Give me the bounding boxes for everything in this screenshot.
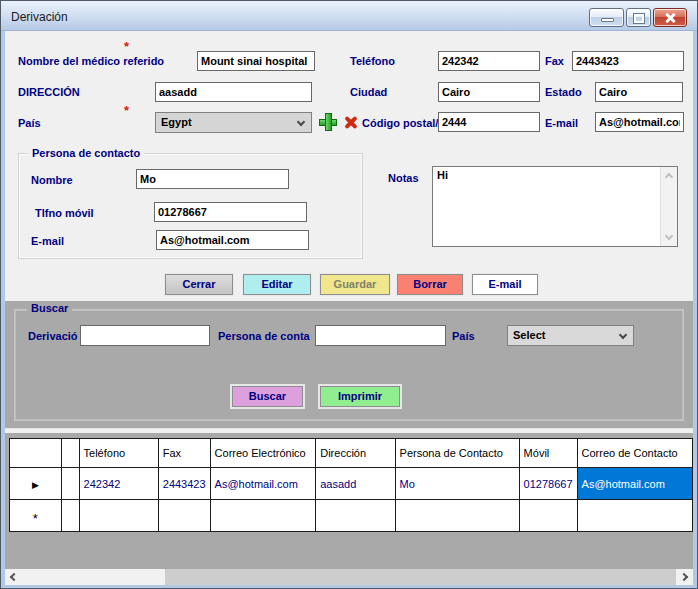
city-input[interactable] — [438, 82, 540, 102]
close-button[interactable] — [653, 8, 687, 27]
form-body: * Nombre del médico referido Teléfono Fa… — [5, 31, 693, 585]
delete-button[interactable]: Borrar — [397, 274, 463, 295]
maximize-button[interactable] — [626, 8, 651, 27]
scroll-right-button[interactable] — [676, 569, 693, 585]
contact-groupbox: Persona de contacto Nombre Tlfno móvil E… — [18, 153, 363, 259]
notes-scrollbar[interactable] — [660, 167, 677, 246]
minimize-button[interactable] — [589, 8, 624, 27]
close-form-button[interactable]: Cerrar — [165, 274, 233, 295]
address-label: DIRECCIÓN — [18, 86, 80, 98]
search-country-label: País — [452, 330, 475, 342]
contact-group-title: Persona de contacto — [28, 147, 144, 159]
search-derivation-input[interactable] — [80, 325, 210, 346]
notes-label: Notas — [388, 172, 419, 184]
search-contact-input[interactable] — [315, 325, 446, 346]
scroll-left-icon — [10, 573, 18, 581]
scroll-left-button[interactable] — [5, 569, 22, 585]
fax-label: Fax — [545, 55, 564, 67]
print-button[interactable]: Imprimir — [320, 386, 400, 407]
grid-cell[interactable] — [316, 500, 395, 532]
country-select[interactable]: Egypt — [155, 112, 312, 133]
grid-header[interactable] — [61, 439, 79, 468]
chevron-down-icon — [297, 118, 305, 126]
notes-value: Hi — [437, 169, 657, 181]
search-group-title: Buscar — [27, 302, 72, 314]
grid-cell[interactable] — [395, 500, 519, 532]
close-icon — [664, 12, 676, 24]
required-marker: * — [124, 103, 129, 118]
grid-cell[interactable]: 2443423 — [158, 468, 210, 500]
grid-cell[interactable]: As@hotmail.com — [210, 468, 316, 500]
chevron-down-icon — [619, 331, 627, 339]
add-country-icon[interactable] — [319, 113, 337, 131]
grid-cell[interactable] — [79, 500, 158, 532]
contact-name-label: Nombre — [31, 174, 73, 186]
scrollbar-thumb[interactable] — [165, 569, 676, 585]
grid-cell[interactable]: Mo — [395, 468, 519, 500]
referred-name-label: Nombre del médico referido — [18, 55, 164, 67]
new-row-icon: * — [33, 511, 38, 526]
titlebar[interactable]: Derivación — [1, 1, 697, 31]
grid-cell[interactable] — [519, 500, 577, 532]
fax-input[interactable] — [572, 51, 684, 71]
search-button[interactable]: Buscar — [232, 386, 303, 407]
phone-label: Teléfono — [350, 55, 395, 67]
grid-cell[interactable] — [577, 500, 692, 532]
state-label: Estado — [545, 86, 582, 98]
delete-country-icon[interactable] — [343, 115, 359, 130]
send-email-button[interactable]: E-mail — [472, 274, 538, 295]
grid-corner-cell[interactable] — [10, 439, 62, 468]
contact-email-label: E-mail — [31, 235, 64, 247]
notes-textarea[interactable]: Hi — [432, 166, 678, 247]
row-selector-cell[interactable]: ▶ — [10, 468, 62, 500]
grid-cell[interactable] — [61, 500, 79, 532]
grid-cell[interactable]: 242342 — [79, 468, 158, 500]
search-panel: Buscar Derivació Persona de conta País S… — [5, 301, 693, 429]
email-label: E-mail — [545, 117, 578, 129]
address-input[interactable] — [155, 82, 312, 102]
grid-header[interactable]: Dirección — [316, 439, 395, 468]
grid-cell[interactable]: aasadd — [316, 468, 395, 500]
contact-email-input[interactable] — [156, 230, 309, 250]
save-button[interactable]: Guardar — [320, 274, 390, 295]
window-title: Derivación — [11, 10, 68, 24]
search-country-select[interactable]: Select — [507, 325, 634, 346]
referred-name-input[interactable] — [197, 51, 315, 71]
grid-header[interactable]: Fax — [158, 439, 210, 468]
country-selected-value: Egypt — [161, 116, 192, 128]
search-derivation-label: Derivació — [28, 330, 78, 342]
grid-cell[interactable] — [158, 500, 210, 532]
postal-code-input[interactable] — [438, 112, 540, 132]
contact-mobile-input[interactable] — [154, 202, 307, 222]
minimize-icon — [601, 18, 614, 22]
grid-header[interactable]: Teléfono — [79, 439, 158, 468]
row-selector-cell[interactable]: * — [10, 500, 62, 532]
grid-header[interactable]: Persona de Contacto — [395, 439, 519, 468]
grid-panel: Teléfono Fax Correo Electrónico Direcció… — [5, 433, 693, 585]
maximize-icon — [634, 14, 644, 23]
grid-header[interactable]: Correo de Contacto — [577, 439, 692, 468]
edit-button[interactable]: Editar — [243, 274, 311, 295]
grid-header[interactable]: Móvil — [519, 439, 577, 468]
grid-cell[interactable]: 01278667 — [519, 468, 577, 500]
phone-input[interactable] — [438, 51, 540, 71]
grid-header-row: Teléfono Fax Correo Electrónico Direcció… — [10, 439, 693, 468]
contact-name-input[interactable] — [136, 169, 289, 189]
grid-cell[interactable] — [61, 468, 79, 500]
search-country-selected-value: Select — [513, 329, 545, 341]
city-label: Ciudad — [350, 86, 387, 98]
email-input[interactable] — [595, 112, 684, 132]
table-row-new: * — [10, 500, 693, 532]
scroll-up-icon[interactable] — [665, 173, 673, 181]
grid-cell[interactable] — [210, 500, 316, 532]
state-input[interactable] — [595, 82, 683, 102]
required-marker: * — [124, 39, 129, 54]
grid-header[interactable]: Correo Electrónico — [210, 439, 316, 468]
grid-cell-selected[interactable]: As@hotmail.com — [577, 468, 692, 500]
search-contact-label: Persona de conta — [218, 330, 310, 342]
postal-code-label: Código postal/C — [362, 117, 438, 129]
table-row: ▶ 242342 2443423 As@hotmail.com aasadd M… — [10, 468, 693, 500]
current-row-icon: ▶ — [32, 480, 39, 490]
horizontal-scrollbar[interactable] — [5, 569, 693, 585]
scroll-down-icon[interactable] — [665, 232, 673, 240]
